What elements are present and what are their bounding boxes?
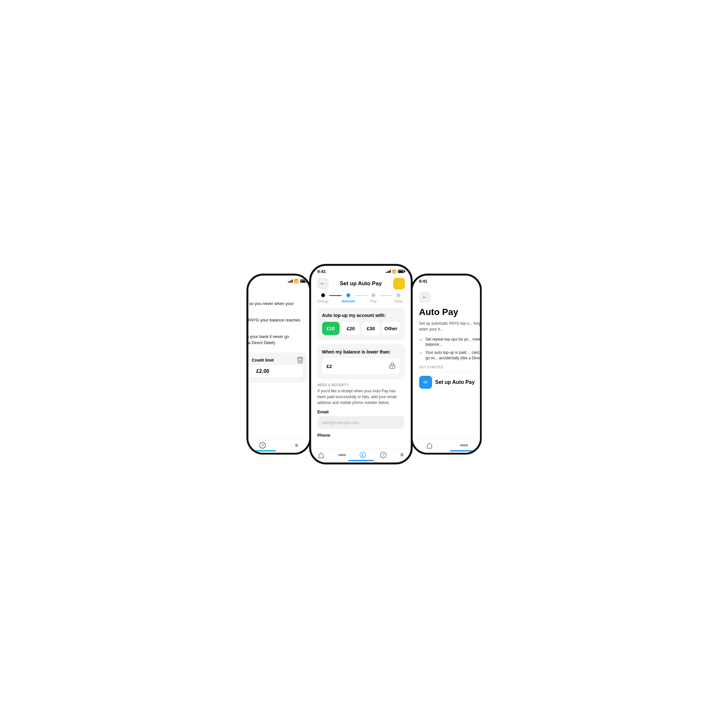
step-label-done: Done xyxy=(394,299,403,303)
step-line-2 xyxy=(355,295,367,296)
center-bottom-nav: £ ? ≡ xyxy=(311,448,411,462)
setup-autopay-label: Set up Auto Pay xyxy=(435,379,475,385)
center-nav-dots[interactable] xyxy=(338,453,346,457)
setup-autopay-button[interactable]: ∞ Set up Auto Pay xyxy=(419,376,482,389)
step-done: Done xyxy=(392,293,405,303)
center-status-icons: 📶 xyxy=(386,269,404,274)
balance-card: When my balance is lower than: £2 xyxy=(317,344,405,379)
right-back-icon: ← xyxy=(422,294,428,300)
topup-card: Auto top-up my account with: £10 £20 £30… xyxy=(317,307,405,340)
email-input[interactable]: sam@example.com xyxy=(318,416,404,429)
step-pay: Pay xyxy=(367,293,380,303)
step-dot-energy xyxy=(321,293,325,297)
center-wifi-icon: 📶 xyxy=(392,269,396,274)
credit-limit-label: Credit limit xyxy=(246,358,302,362)
center-phone: 9:41 📶 ← Set up Auto Pay ⚡ xyxy=(309,264,413,464)
left-body-3: o-up is paid with your bank ll never go … xyxy=(246,333,307,346)
right-back-button[interactable]: ← xyxy=(419,291,431,303)
step-dot-pay xyxy=(372,293,375,297)
get-started-label: GET STARTED xyxy=(419,366,482,369)
progress-steps: Energy Amount Pay Done xyxy=(317,293,405,303)
svg-point-5 xyxy=(341,454,343,456)
left-status-icons: 📶 xyxy=(288,279,307,283)
setup-autopay-icon: ∞ xyxy=(419,376,432,389)
amount-options: £10 £20 £30 Other xyxy=(322,322,400,335)
step-amount: Amount xyxy=(341,293,355,303)
amount-btn-other[interactable]: Other xyxy=(382,322,400,335)
receipt-section: NEED A RECEIPT? If you'd like a receipt … xyxy=(317,383,405,437)
center-nav-help[interactable]: ? xyxy=(380,452,387,458)
lock-icon xyxy=(389,362,395,370)
center-signal-icon xyxy=(386,270,391,273)
center-nav-menu[interactable]: ≡ xyxy=(401,451,404,458)
right-time: 9:41 xyxy=(419,279,428,284)
right-description: Set up automatic PAYG top-u... forget to… xyxy=(419,321,482,332)
right-phone: 9:41 📶 ← Auto Pay xyxy=(411,274,482,455)
credit-limit-section: Credit limit £2.00 xyxy=(246,353,307,382)
center-top-bar: ← Set up Auto Pay ⚡ xyxy=(317,275,405,293)
right-bottom-nav: £ xyxy=(413,439,482,453)
center-nav-home[interactable] xyxy=(318,452,324,458)
lightning-button[interactable]: ⚡ xyxy=(393,278,405,289)
check-item-1: ✓ Set repeat top-ups for yo... meter whe… xyxy=(419,336,482,348)
svg-point-4 xyxy=(339,454,340,456)
step-line-1 xyxy=(329,295,341,296)
left-body-1: c PAYG top-ups so you never when your ba… xyxy=(246,300,307,313)
balance-card-title: When my balance is lower than: xyxy=(322,349,400,355)
amount-btn-10[interactable]: £10 xyxy=(322,322,340,335)
back-icon: ← xyxy=(320,281,325,286)
credit-limit-value: £2.00 xyxy=(246,365,302,378)
left-bottom-nav: £ ? ≡ xyxy=(246,439,311,453)
right-nav-home[interactable] xyxy=(426,442,433,448)
get-started-divider xyxy=(419,372,482,372)
center-page-title: Set up Auto Pay xyxy=(340,280,382,287)
svg-point-14 xyxy=(463,445,465,446)
check-item-2: ✓ Your auto top-up is paid ... card, so … xyxy=(419,350,482,361)
left-body-2: op-ups for your PAYG your balance reache… xyxy=(246,317,307,330)
amount-btn-20[interactable]: £20 xyxy=(342,322,359,335)
svg-point-15 xyxy=(466,445,468,446)
amount-btn-30[interactable]: £30 xyxy=(362,322,380,335)
step-label-amount: Amount xyxy=(341,299,355,303)
email-label: Email xyxy=(318,410,404,414)
svg-text:£: £ xyxy=(362,453,364,457)
nav-menu-icon[interactable]: ≡ xyxy=(295,442,298,449)
left-page-title: Auto Pay xyxy=(246,289,307,295)
right-top-bar: ← Auto Pay xyxy=(419,289,482,307)
receipt-description: If you'd like a receipt when your Auto P… xyxy=(318,388,404,405)
topup-card-title: Auto top-up my account with: xyxy=(322,313,400,318)
battery-icon xyxy=(300,280,307,283)
check-text-2: Your auto top-up is paid ... card, so yo… xyxy=(426,350,482,361)
wifi-icon: 📶 xyxy=(294,279,299,283)
right-main-title: Auto Pay xyxy=(419,307,482,317)
left-phone-content: Auto Pay c PAYG top-ups so you never whe… xyxy=(246,284,311,453)
step-line-3 xyxy=(380,295,392,296)
lightning-icon: ⚡ xyxy=(396,280,403,287)
phone-label: Phone xyxy=(318,433,404,437)
center-battery-icon xyxy=(398,270,404,273)
infinity-icon: ∞ xyxy=(423,379,428,385)
receipt-heading: NEED A RECEIPT? xyxy=(318,383,404,387)
step-label-energy: Energy xyxy=(317,299,329,303)
center-status-bar: 9:41 📶 xyxy=(311,266,411,275)
left-status-bar: 📶 xyxy=(246,275,311,284)
right-status-bar: 9:41 📶 xyxy=(413,275,482,285)
right-nav-dots[interactable] xyxy=(460,443,468,448)
center-nav-pound[interactable]: £ xyxy=(359,451,366,459)
trash-icon[interactable] xyxy=(297,356,303,365)
step-energy: Energy xyxy=(317,293,329,303)
left-phone: 📶 Auto Pay c PAYG top-ups so you never w… xyxy=(246,274,311,455)
svg-text:?: ? xyxy=(262,444,264,448)
balance-value: £2 xyxy=(327,364,332,369)
nav-help-icon[interactable]: ? xyxy=(259,442,266,448)
step-dot-amount xyxy=(346,293,350,297)
step-dot-done xyxy=(396,293,401,297)
step-label-pay: Pay xyxy=(371,299,377,303)
center-time: 9:41 xyxy=(318,269,326,274)
balance-field: £2 xyxy=(322,358,400,374)
back-button[interactable]: ← xyxy=(317,278,329,289)
check-icon-2: ✓ xyxy=(419,350,423,355)
check-icon-1: ✓ xyxy=(419,337,423,342)
signal-icon xyxy=(288,280,293,283)
svg-point-13 xyxy=(461,445,462,446)
